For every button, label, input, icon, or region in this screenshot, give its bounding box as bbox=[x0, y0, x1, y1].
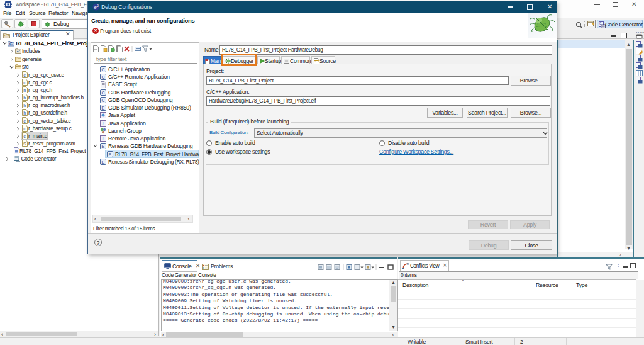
svg-text:h: h bbox=[23, 88, 26, 92]
svg-text:C: C bbox=[102, 67, 105, 71]
svg-text:C: C bbox=[102, 98, 105, 102]
svg-text:E: E bbox=[102, 144, 105, 149]
svg-text:h: h bbox=[23, 96, 26, 100]
svg-text:h: h bbox=[23, 103, 26, 108]
svg-text:E: E bbox=[102, 159, 105, 164]
svg-text:J: J bbox=[102, 136, 104, 142]
svg-text:h: h bbox=[23, 111, 26, 115]
svg-text:E: E bbox=[109, 152, 112, 156]
svg-text:S: S bbox=[23, 142, 26, 146]
svg-text:e: e bbox=[94, 4, 97, 10]
svg-text:C: C bbox=[102, 90, 105, 94]
svg-text:C: C bbox=[102, 75, 105, 79]
svg-text:C: C bbox=[9, 42, 13, 46]
svg-text:E: E bbox=[102, 106, 105, 110]
svg-text:J: J bbox=[102, 121, 104, 127]
